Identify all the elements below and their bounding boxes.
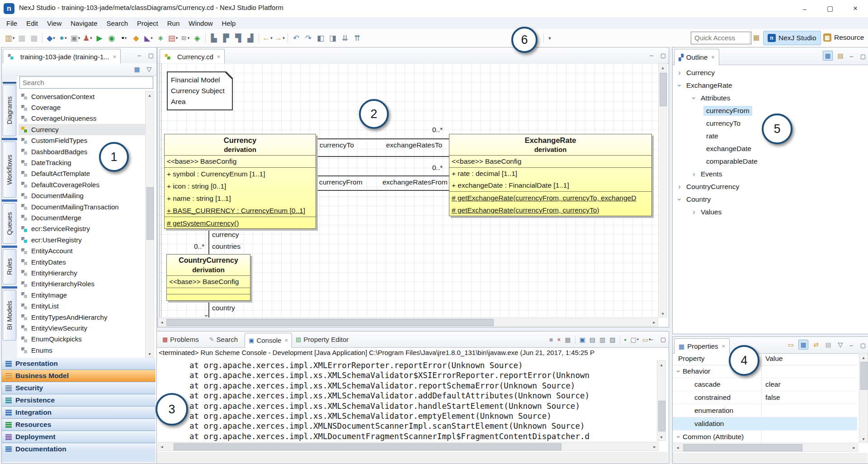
outline-item[interactable]: › CountryCurrency (673, 180, 858, 193)
console-horizontal-scrollbar[interactable]: ◂ ▸ (158, 442, 659, 451)
list-item[interactable]: EntityHierarchyRoles (19, 279, 145, 289)
editor-horizontal-scrollbar[interactable]: ◂ ▸ (158, 317, 658, 327)
console-toolbar-icon[interactable]: ▩ (565, 336, 571, 343)
maximize-panel-icon[interactable]: ▢ (859, 53, 867, 60)
property-row[interactable]: enumeration (673, 404, 857, 417)
toolbar-icon[interactable] (203, 32, 208, 44)
expand-arrow-icon[interactable]: › (690, 208, 698, 216)
toolbar-icon[interactable]: ▩ (28, 32, 40, 44)
maximize-panel-icon[interactable]: ▢ (660, 52, 667, 59)
property-value[interactable]: false (765, 393, 780, 402)
console-toolbar-icon[interactable]: ▤ (590, 336, 596, 343)
navigator-tab[interactable]: training-103-jade (training-1... × (3, 49, 121, 64)
scroll-left-icon[interactable]: ◂ (674, 443, 681, 451)
diagram-canvas[interactable]: Financial ModelCurrency SubjectArea curr… (158, 63, 658, 317)
console-toolbar-icon[interactable]: ▣ (580, 336, 586, 343)
console-toolbar-icon[interactable]: ▧ (609, 336, 616, 343)
scrollbar-thumb[interactable] (658, 401, 665, 431)
toolbar-icon[interactable]: ≋▾ (179, 32, 191, 44)
quick-access-box[interactable]: Quick Access (691, 32, 751, 44)
close-icon[interactable]: × (113, 53, 117, 60)
toolbar-icon[interactable]: ▦ (16, 32, 28, 44)
console-vertical-scrollbar[interactable]: ▴ ▾ (657, 360, 666, 441)
side-tab[interactable]: BI Models (3, 290, 16, 341)
toolbar-icon[interactable] (257, 32, 261, 44)
property-row[interactable]: › Behavior (673, 365, 857, 378)
minimize-panel-icon[interactable]: – (136, 52, 143, 59)
toolbar-icon[interactable]: →▾ (274, 32, 286, 44)
expand-arrow-icon[interactable]: › (690, 170, 698, 178)
scroll-up-icon[interactable]: ▴ (659, 64, 667, 71)
toolbar-icon[interactable]: ←▾ (261, 32, 274, 44)
property-row[interactable]: constrained false (673, 391, 857, 404)
attribute-row[interactable]: + icon : string [0..1] (165, 180, 316, 192)
close-icon[interactable]: × (711, 54, 715, 61)
expand-arrow-icon[interactable]: › (675, 69, 684, 77)
editor-vertical-scrollbar[interactable]: ▴ ▾ (658, 63, 667, 317)
console-toolbar-icon[interactable] (575, 336, 576, 344)
editor-tab-currency-cd[interactable]: Currency.cd × (160, 49, 225, 64)
close-window-button[interactable]: × (843, 0, 868, 17)
toolbar-icon[interactable]: ♟▾ (81, 32, 94, 44)
operation-row[interactable]: # getExchangeRate(currencyFrom, currency… (449, 204, 651, 216)
category-bar[interactable]: Resources (2, 419, 156, 431)
perspective-nexj-studio[interactable]: n NexJ Studio (763, 31, 821, 45)
toolbar-icon[interactable]: ▣▾ (69, 32, 81, 44)
close-icon[interactable]: × (217, 53, 221, 60)
expand-arrow-icon[interactable]: › (675, 367, 683, 375)
expand-arrow-icon[interactable]: › (675, 195, 684, 204)
attribute-row[interactable]: + name : string [1..1] (165, 192, 316, 204)
side-tab[interactable]: Workflows (3, 142, 16, 198)
close-icon[interactable]: × (722, 343, 726, 350)
list-item[interactable]: Enums (19, 345, 145, 355)
properties-toolbar-icon[interactable]: ▤ (824, 340, 833, 349)
toolbar-icon[interactable] (286, 32, 290, 44)
outline-item[interactable]: › ExchangeRate (673, 79, 858, 92)
category-bar[interactable]: Deployment (2, 431, 156, 443)
scroll-down-icon[interactable]: ▾ (659, 310, 667, 317)
list-item[interactable]: DocumentMailing (19, 190, 145, 201)
category-bar[interactable]: Integration (2, 407, 156, 419)
toolbar-icon[interactable]: ◨ (327, 32, 339, 44)
menu-item[interactable]: View (42, 19, 66, 27)
navigator-vertical-scrollbar[interactable]: ▴ ▾ (145, 91, 154, 358)
maximize-window-button[interactable]: ▢ (817, 0, 843, 17)
list-item[interactable]: ecr:UserRegistry (19, 234, 145, 245)
category-bar[interactable]: Persistence (2, 394, 156, 407)
list-item[interactable]: EntityAccount (19, 245, 145, 256)
minimize-panel-icon[interactable]: – (848, 342, 855, 349)
outline-item[interactable]: › Events (673, 168, 858, 180)
outline-item[interactable]: › Attributes (673, 92, 858, 104)
toolbar-icon[interactable]: ▶ (94, 32, 106, 44)
toolbar-icon[interactable]: ◧ (315, 32, 327, 44)
scroll-up-icon[interactable]: ▴ (657, 361, 665, 368)
console-area-tab[interactable]: ▦ Problems (159, 331, 206, 347)
menu-item[interactable]: File (2, 19, 22, 27)
search-input[interactable] (19, 76, 153, 89)
scroll-left-icon[interactable]: ◂ (158, 442, 165, 450)
maximize-panel-icon[interactable]: ▢ (660, 336, 667, 343)
class-box-currency[interactable]: Currency derivation <<base>> BaseConfig … (164, 134, 316, 229)
list-item[interactable]: DocumentMerge (19, 212, 145, 223)
properties-toolbar-icon[interactable]: ▭ (786, 340, 795, 349)
menu-item[interactable]: Help (217, 19, 241, 27)
properties-vertical-scrollbar[interactable]: ▴ ▾ (859, 353, 868, 443)
scroll-right-icon[interactable]: ▸ (651, 442, 658, 450)
attribute-row[interactable]: + symbol : CurrencyEnum [1..1] (165, 168, 316, 180)
list-item[interactable]: CoverageUniqueness (19, 113, 145, 124)
menu-item[interactable]: Edit (22, 19, 42, 27)
category-bar[interactable]: Presentation (2, 358, 156, 370)
list-item[interactable]: ConversationContext (19, 91, 145, 102)
console-toolbar-icon[interactable]: ▢▾ (631, 336, 639, 343)
maximize-panel-icon[interactable]: ▢ (147, 52, 155, 59)
expand-arrow-icon[interactable]: › (675, 81, 684, 90)
console-area-tab[interactable]: ▤ Property Editor (292, 331, 355, 347)
outline-item[interactable]: exchangeDate (673, 142, 858, 155)
outline-item[interactable]: › Values (673, 206, 858, 218)
scrollbar-thumb[interactable] (166, 319, 494, 326)
console-output[interactable]: at org.apache.xerces.impl.XMLErrorReport… (157, 360, 657, 441)
scroll-right-icon[interactable]: ▸ (651, 318, 658, 326)
class-box-exchangerate[interactable]: ExchangeRate derivation <<base>> BaseCon… (449, 134, 652, 216)
property-row[interactable]: › Common (Attribute) (673, 431, 857, 444)
scroll-right-icon[interactable]: ▸ (850, 443, 858, 451)
